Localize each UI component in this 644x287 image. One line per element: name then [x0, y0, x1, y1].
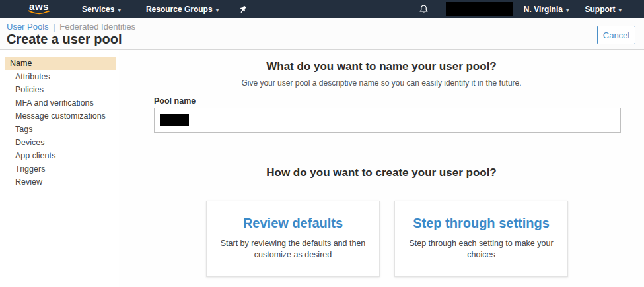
breadcrumb: User Pools | Federated Identities [7, 22, 135, 32]
main-content: What do you want to name your user pool?… [119, 50, 644, 287]
name-section-heading: What do you want to name your user pool? [119, 60, 644, 73]
sidebar-item-tags[interactable]: Tags [5, 123, 116, 136]
redacted-account-name [446, 2, 513, 16]
review-defaults-title: Review defaults [207, 216, 379, 231]
services-menu[interactable]: Services ▾ [82, 5, 121, 14]
step-through-settings-description: Step through each setting to make your c… [406, 238, 557, 261]
step-through-settings-card[interactable]: Step through settings Step through each … [394, 201, 568, 277]
sidebar-item-triggers[interactable]: Triggers [5, 162, 116, 175]
chevron-down-icon: ▾ [618, 7, 622, 13]
services-label: Services [82, 5, 114, 14]
breadcrumb-user-pools-link[interactable]: User Pools [7, 22, 49, 32]
pool-name-input[interactable] [154, 108, 621, 133]
sidebar-item-mfa[interactable]: MFA and verifications [5, 96, 116, 110]
create-section-heading: How do you want to create your user pool… [119, 166, 644, 179]
cancel-button[interactable]: Cancel [597, 26, 635, 44]
aws-smile-icon [28, 10, 50, 15]
step-through-settings-title: Step through settings [395, 216, 567, 231]
breadcrumb-separator: | [53, 22, 55, 32]
pool-name-field-wrap [154, 108, 621, 133]
page-title: Create a user pool [7, 32, 122, 47]
create-options-row: Review defaults Start by reviewing the d… [206, 201, 568, 277]
sidebar-item-policies[interactable]: Policies [5, 83, 116, 96]
review-defaults-description: Start by reviewing the defaults and then… [218, 238, 369, 261]
notifications-bell-icon[interactable] [419, 4, 429, 15]
top-navbar: aws Services ▾ Resource Groups ▾ N. Vir [0, 0, 644, 18]
chevron-down-icon: ▾ [118, 7, 121, 13]
sidebar-item-review[interactable]: Review [5, 175, 116, 189]
resource-groups-label: Resource Groups [146, 5, 213, 14]
chevron-down-icon: ▾ [566, 7, 569, 13]
review-defaults-card[interactable]: Review defaults Start by reviewing the d… [206, 201, 380, 277]
support-label: Support [585, 5, 615, 14]
sidebar-item-attributes[interactable]: Attributes [5, 70, 116, 83]
navbar-right-group: N. Virginia ▾ Support ▾ [419, 2, 622, 16]
resource-groups-menu[interactable]: Resource Groups ▾ [146, 5, 219, 14]
aws-logo[interactable]: aws [25, 1, 53, 17]
sidebar-item-devices[interactable]: Devices [5, 136, 116, 149]
chevron-down-icon: ▾ [216, 7, 219, 13]
sidebar-item-app-clients[interactable]: App clients [5, 149, 116, 162]
pin-icon[interactable] [238, 5, 248, 15]
breadcrumb-federated-identities[interactable]: Federated Identities [59, 22, 135, 32]
page-header: User Pools | Federated Identities Create… [0, 18, 644, 50]
name-section-subheading: Give your user pool a descriptive name s… [119, 79, 644, 88]
body: Name Attributes Policies MFA and verific… [0, 50, 644, 287]
wizard-sidebar: Name Attributes Policies MFA and verific… [0, 50, 119, 287]
region-menu[interactable]: N. Virginia ▾ [524, 5, 569, 14]
sidebar-item-message-customizations[interactable]: Message customizations [5, 110, 116, 123]
pool-name-label: Pool name [154, 96, 196, 106]
sidebar-item-name[interactable]: Name [5, 57, 116, 70]
region-label: N. Virginia [524, 5, 563, 14]
support-menu[interactable]: Support ▾ [585, 5, 622, 14]
